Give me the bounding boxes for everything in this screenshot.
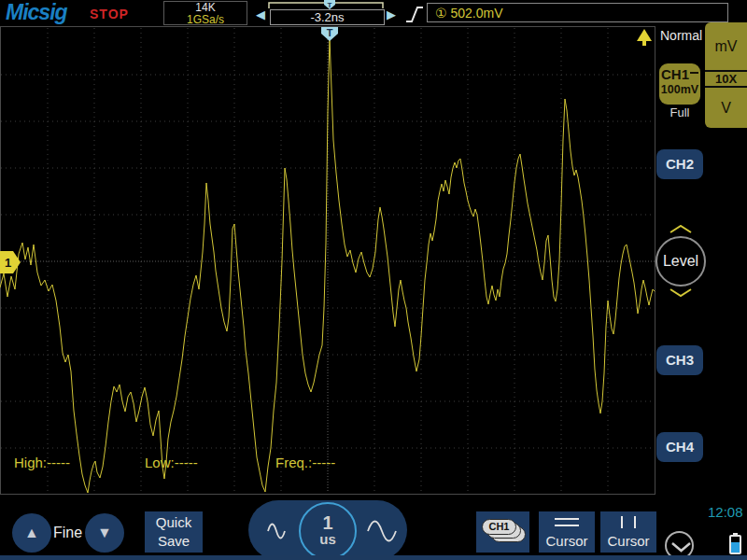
vertical-cursor-label: Cursor xyxy=(600,533,656,549)
sample-rate: 1GSa/s xyxy=(164,14,247,25)
timebase-value: 1 xyxy=(301,513,355,532)
channel3-button[interactable]: CH3 xyxy=(656,345,703,375)
record-trigger-letter: T xyxy=(328,1,332,9)
swipe-handle-bar[interactable] xyxy=(0,555,747,560)
level-down-chevron-icon[interactable] xyxy=(668,288,694,298)
fine-increase-button[interactable]: ▲ xyxy=(12,513,51,553)
trigger-position-left-arrow-icon[interactable]: ◀ xyxy=(256,7,265,21)
chevron-down-icon xyxy=(670,541,692,553)
sample-info-box[interactable]: 14K 1GSa/s xyxy=(163,1,247,25)
fine-decrease-button[interactable]: ▼ xyxy=(85,513,124,553)
quick-save-button[interactable]: Quick Save xyxy=(145,511,203,553)
trigger-mode-label: Normal xyxy=(660,28,702,43)
coupling-dashed-icon xyxy=(690,72,698,74)
timebase-unit: us xyxy=(301,532,355,546)
waveform-display[interactable] xyxy=(0,26,655,495)
zoom-out-sine-icon[interactable] xyxy=(366,519,398,543)
measurement-freq: Freq.:----- xyxy=(275,455,335,470)
quick-save-line2: Save xyxy=(145,532,203,551)
timebase-knob[interactable]: 1 us xyxy=(299,502,357,560)
battery-icon xyxy=(729,535,741,554)
channel1-badge-label: CH1 xyxy=(661,66,689,82)
vertical-cursor-line-icon xyxy=(621,516,623,528)
brand-logo: Micsig xyxy=(6,0,67,25)
vertical-cursor-button[interactable]: Cursor xyxy=(600,511,656,553)
fine-adjust-label: Fine xyxy=(53,525,82,541)
battery-tip xyxy=(733,533,738,536)
rising-edge-path xyxy=(406,7,423,21)
clock: 12:08 xyxy=(708,504,743,520)
probe-attenuation-button[interactable]: 10X xyxy=(705,72,747,86)
trigger-slope-rising-icon[interactable] xyxy=(404,4,425,24)
channel-stack-top-icon: CH1 xyxy=(482,519,516,535)
scale-up-mv-button[interactable]: mV xyxy=(705,22,747,70)
horizontal-cursor-line-icon xyxy=(555,518,579,520)
vertical-cursor-line-icon xyxy=(634,516,636,528)
active-channel-button[interactable]: CH1 xyxy=(476,511,529,553)
zoom-in-sine-icon[interactable] xyxy=(266,521,287,541)
level-up-chevron-icon[interactable] xyxy=(668,225,694,234)
channel1-badge[interactable]: CH1 100mV xyxy=(659,63,700,105)
trigger-level-knob[interactable]: Level xyxy=(655,236,706,287)
measurement-low: Low:----- xyxy=(145,455,198,470)
acquisition-status-stop[interactable]: STOP xyxy=(90,7,129,21)
trigger-position-right-arrow-icon[interactable]: ▶ xyxy=(387,7,396,21)
scale-down-v-button[interactable]: V xyxy=(705,88,747,128)
up-triangle-icon: ▲ xyxy=(24,525,39,540)
battery-level xyxy=(731,542,740,553)
channel1-bandwidth-label: Full xyxy=(659,105,700,119)
trigger-level-box[interactable]: ① 502.0mV xyxy=(427,3,728,22)
horizontal-cursor-label: Cursor xyxy=(539,533,595,549)
quick-save-line1: Quick xyxy=(145,513,203,532)
horizontal-cursor-button[interactable]: Cursor xyxy=(539,511,595,553)
channel2-button[interactable]: CH2 xyxy=(656,149,703,179)
channel1-scale: 100mV xyxy=(659,83,700,97)
measurement-high: High:----- xyxy=(14,455,70,470)
horizontal-cursor-line-icon xyxy=(555,525,579,526)
trigger-position-box[interactable]: -3.2ns xyxy=(270,9,385,25)
vertical-scale-control: mV 10X V xyxy=(705,22,747,128)
oscilloscope-screen: Micsig STOP 14K 1GSa/s T ◀ -3.2ns ▶ ① 50… xyxy=(0,0,747,560)
down-triangle-icon: ▼ xyxy=(97,525,112,540)
channel4-button[interactable]: CH4 xyxy=(656,432,703,462)
